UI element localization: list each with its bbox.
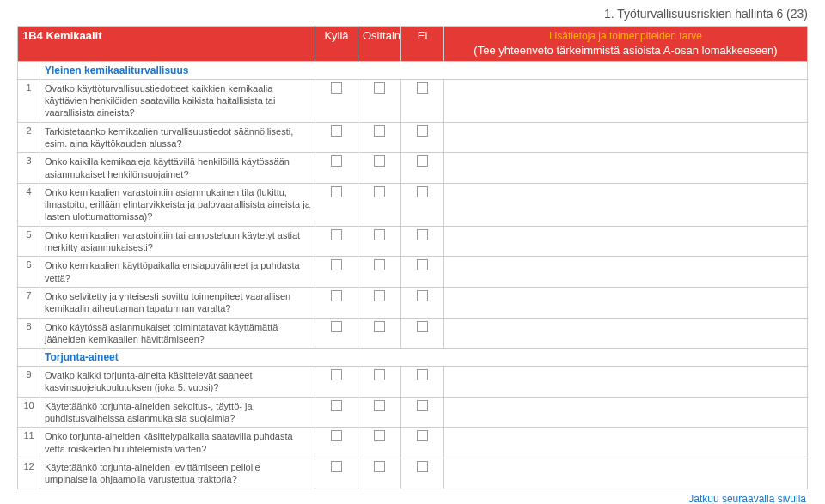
checkbox-no[interactable] (417, 400, 428, 411)
question-text: Tarkistetaanko kemikaalien turvallisuust… (40, 122, 315, 153)
question-text: Onko käytössä asianmukaiset toimintatava… (40, 318, 315, 349)
question-text: Onko kaikilla kemikaaleja käyttävillä he… (40, 153, 315, 184)
table-row: 6Onko kemikaalien käyttöpaikalla ensiapu… (18, 257, 808, 288)
checkbox-partly[interactable] (374, 155, 385, 167)
notes-cell[interactable] (444, 428, 808, 458)
notes-cell[interactable] (444, 257, 808, 288)
row-number: 3 (18, 153, 40, 184)
table-row: 2Tarkistetaanko kemikaalien turvallisuus… (18, 122, 808, 153)
section-num-empty (18, 349, 40, 367)
checkbox-yes[interactable] (331, 290, 342, 301)
checkbox-no[interactable] (417, 430, 428, 441)
checkbox-yes[interactable] (331, 321, 342, 332)
checklist-table: 1B4 KemikaalitKylläOsittainEiLisätietoja… (17, 26, 808, 489)
notes-cell[interactable] (444, 226, 808, 257)
checkbox-no[interactable] (417, 82, 428, 94)
section-num-empty (18, 61, 40, 79)
checkbox-partly[interactable] (374, 125, 385, 137)
table-row: 4Onko kemikaalien varastointiin asianmuk… (18, 183, 808, 226)
checkbox-no[interactable] (417, 461, 428, 472)
question-text: Käytetäänkö torjunta-aineiden levittämis… (40, 458, 315, 489)
table-row: 8Onko käytössä asianmukaiset toimintatav… (18, 318, 808, 349)
question-text: Ovatko käyttöturvallisuustiedotteet kaik… (40, 79, 315, 122)
question-text: Onko kemikaalien varastointiin tai annos… (40, 226, 315, 257)
notes-cell[interactable] (444, 397, 808, 428)
row-number: 11 (18, 428, 40, 458)
checkbox-partly[interactable] (374, 430, 385, 441)
checkbox-yes[interactable] (331, 82, 342, 94)
checkbox-partly[interactable] (374, 400, 385, 411)
checkbox-partly[interactable] (374, 82, 385, 94)
checkbox-yes[interactable] (331, 259, 342, 270)
notes-cell[interactable] (444, 153, 808, 184)
checkbox-partly[interactable] (374, 259, 385, 270)
checkbox-yes[interactable] (331, 125, 342, 137)
checkbox-yes[interactable] (331, 461, 342, 472)
checkbox-yes[interactable] (331, 186, 342, 197)
question-text: Ovatko kaikki torjunta-aineita käsittele… (40, 367, 315, 398)
col-no: Ei (401, 27, 444, 62)
row-number: 4 (18, 183, 40, 226)
row-number: 6 (18, 257, 40, 288)
question-text: Onko kemikaalien varastointiin asianmuka… (40, 183, 315, 226)
table-row: 12Käytetäänkö torjunta-aineiden levittäm… (18, 458, 808, 489)
header-title: Kemikaalit (46, 29, 101, 42)
page-title: 1. Työturvallisuusriskien hallinta 6 (23… (17, 7, 808, 21)
checkbox-partly[interactable] (374, 186, 385, 197)
row-number: 9 (18, 367, 40, 398)
section-label: Torjunta-aineet (40, 349, 808, 367)
checkbox-no[interactable] (417, 125, 428, 137)
col-partly: Osittain (358, 27, 401, 62)
row-number: 12 (18, 458, 40, 489)
checkbox-no[interactable] (417, 369, 428, 380)
checkbox-no[interactable] (417, 290, 428, 301)
notes-cell[interactable] (444, 287, 808, 318)
checkbox-yes[interactable] (331, 430, 342, 441)
table-row: 5Onko kemikaalien varastointiin tai anno… (18, 226, 808, 257)
header-note: Lisätietoja ja toimenpiteiden tarve(Tee … (444, 27, 808, 62)
header-title-cell: 1B4 Kemikaalit (18, 27, 315, 62)
checkbox-yes[interactable] (331, 229, 342, 240)
notes-cell[interactable] (444, 367, 808, 398)
checkbox-partly[interactable] (374, 461, 385, 472)
row-number: 7 (18, 287, 40, 318)
section-label: Yleinen kemikaaliturvallisuus (40, 61, 808, 79)
checkbox-no[interactable] (417, 155, 428, 167)
question-text: Onko selvitetty ja yhteisesti sovittu to… (40, 287, 315, 318)
checkbox-no[interactable] (417, 321, 428, 332)
header-code: 1B4 (22, 29, 43, 42)
checkbox-yes[interactable] (331, 369, 342, 380)
row-number: 10 (18, 397, 40, 428)
row-number: 1 (18, 79, 40, 122)
table-row: 9Ovatko kaikki torjunta-aineita käsittel… (18, 367, 808, 398)
notes-cell[interactable] (444, 122, 808, 153)
footer-continue: Jatkuu seuraavalla sivulla (17, 489, 808, 505)
col-yes: Kyllä (315, 27, 358, 62)
checkbox-yes[interactable] (331, 400, 342, 411)
table-row: 11Onko torjunta-aineiden käsittelypaikal… (18, 428, 808, 458)
question-text: Onko torjunta-aineiden käsittelypaikalla… (40, 428, 315, 458)
row-number: 8 (18, 318, 40, 349)
row-number: 2 (18, 122, 40, 153)
question-text: Käytetäänkö torjunta-aineiden sekoitus-,… (40, 397, 315, 428)
checkbox-partly[interactable] (374, 321, 385, 332)
notes-cell[interactable] (444, 318, 808, 349)
table-row: 3Onko kaikilla kemikaaleja käyttävillä h… (18, 153, 808, 184)
checkbox-no[interactable] (417, 259, 428, 270)
checkbox-partly[interactable] (374, 229, 385, 240)
table-row: 10Käytetäänkö torjunta-aineiden sekoitus… (18, 397, 808, 428)
checkbox-yes[interactable] (331, 155, 342, 167)
checkbox-partly[interactable] (374, 369, 385, 380)
table-row: 7Onko selvitetty ja yhteisesti sovittu t… (18, 287, 808, 318)
notes-cell[interactable] (444, 79, 808, 122)
question-text: Onko kemikaalien käyttöpaikalla ensiapuv… (40, 257, 315, 288)
notes-cell[interactable] (444, 183, 808, 226)
checkbox-partly[interactable] (374, 290, 385, 301)
checkbox-no[interactable] (417, 229, 428, 240)
table-row: 1Ovatko käyttöturvallisuustiedotteet kai… (18, 79, 808, 122)
checkbox-no[interactable] (417, 186, 428, 197)
notes-cell[interactable] (444, 458, 808, 489)
row-number: 5 (18, 226, 40, 257)
